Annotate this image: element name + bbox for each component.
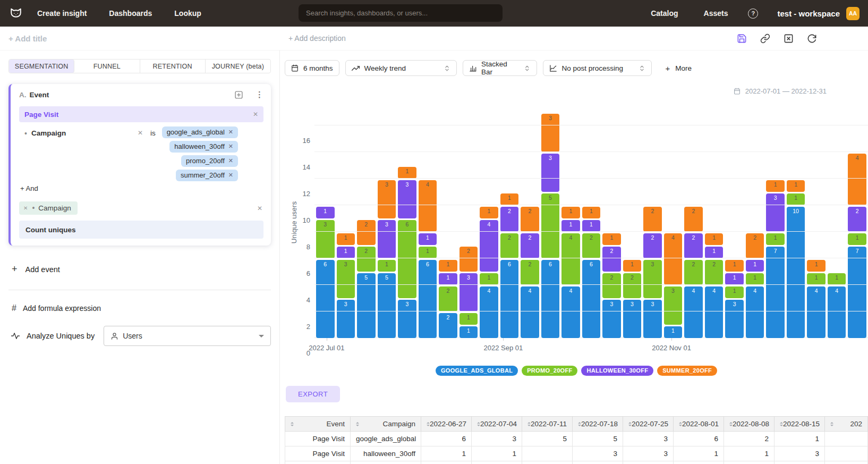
- filter-value-tag[interactable]: promo_20off✕: [181, 155, 238, 167]
- refresh-icon[interactable]: [806, 33, 817, 44]
- remove-event-icon[interactable]: ✕: [253, 111, 258, 118]
- sort-icon[interactable]: [830, 422, 833, 426]
- nav-catalog[interactable]: Catalog: [651, 9, 678, 18]
- remove-value-icon[interactable]: ✕: [228, 129, 233, 136]
- tab-segmentation[interactable]: SEGMENTATION: [9, 60, 74, 73]
- nav-lookup[interactable]: Lookup: [174, 9, 201, 18]
- add-and-condition-button[interactable]: + And: [20, 184, 263, 194]
- segment-value-label: 1: [746, 275, 764, 281]
- filter-property-name[interactable]: Campaign: [31, 129, 66, 137]
- post-processing-select[interactable]: No post processing: [543, 60, 652, 76]
- date-range-button[interactable]: 6 months: [285, 60, 339, 76]
- search-input[interactable]: [299, 4, 503, 22]
- filter-value-tag[interactable]: halloween_30off✕: [169, 141, 238, 153]
- legend-item-promo_20off[interactable]: PROMO_20OFF: [522, 366, 577, 376]
- tab-funnel[interactable]: FUNNEL: [74, 60, 140, 73]
- legend-item-google_ads_global[interactable]: GOOGLE_ADS_GLOBAL: [436, 366, 518, 376]
- chart-type-select[interactable]: Stacked Bar: [463, 60, 537, 76]
- segment-value-label: 3: [643, 301, 662, 307]
- segment-google_ads_global: 5: [357, 273, 376, 338]
- nav-dashboards[interactable]: Dashboards: [109, 9, 152, 18]
- event-menu-icon[interactable]: ⋮: [256, 90, 263, 99]
- analyze-by-select[interactable]: Users: [104, 326, 271, 346]
- segment-value-label: 2: [357, 248, 376, 254]
- breakdown-tag[interactable]: ✕ • Campaign: [19, 201, 78, 215]
- segment-value-label: 3: [337, 261, 355, 267]
- tab-retention[interactable]: RETENTION: [140, 60, 206, 73]
- trend-select[interactable]: Weekly trend: [345, 60, 457, 76]
- column-header-2022-07-18[interactable]: 2022-07-18: [573, 417, 623, 432]
- nav-create-insight[interactable]: Create insight: [37, 9, 87, 18]
- column-header-inner: Campaign: [356, 420, 415, 428]
- gridline: [314, 178, 868, 179]
- column-header-2022-08-15[interactable]: 2022-08-15: [775, 417, 825, 432]
- query-builder-panel: SEGMENTATION FUNNEL RETENTION JOURNEY (b…: [0, 50, 280, 464]
- remove-value-icon[interactable]: ✕: [228, 157, 233, 164]
- sort-icon[interactable]: [291, 422, 294, 426]
- legend-item-summer_20off[interactable]: SUMMER_20OFF: [657, 366, 717, 376]
- bar-2022-11-14: 1113: [725, 109, 744, 338]
- segment-google_ads_global: 3: [398, 300, 416, 338]
- column-header-2022-07-25[interactable]: 2022-07-25: [623, 417, 674, 432]
- chart-legend: GOOGLE_ADS_GLOBALPROMO_20OFFHALLOWEEN_30…: [285, 366, 868, 376]
- nav-assets[interactable]: Assets: [704, 9, 728, 18]
- segment-summer_20off: 1: [439, 260, 457, 272]
- x-tick: [327, 338, 327, 341]
- y-tick-label: 10: [297, 216, 310, 224]
- segment-halloween_30off: 1: [419, 233, 437, 245]
- tab-journey[interactable]: JOURNEY (beta): [206, 60, 270, 73]
- add-formula-button[interactable]: # Add formula expression: [8, 303, 271, 313]
- column-header-2022-08-01[interactable]: 2022-08-01: [674, 417, 724, 432]
- clear-insight-icon[interactable]: [783, 33, 794, 44]
- table-cell: [285, 461, 351, 464]
- sort-icon[interactable]: [356, 422, 359, 426]
- analyze-by-value: Users: [123, 332, 142, 340]
- column-header-2022-06-27[interactable]: 2022-06-27: [421, 417, 472, 432]
- remove-filter-icon[interactable]: ✕: [138, 129, 143, 137]
- aggregation-row[interactable]: Count uniques: [19, 221, 263, 239]
- segment-promo_20off: 1: [828, 273, 846, 285]
- segment-value-label: 1: [500, 195, 519, 201]
- add-event-button[interactable]: + Add event: [8, 264, 271, 275]
- add-description-button[interactable]: + Add description: [288, 34, 346, 43]
- app-logo-cat-icon[interactable]: [8, 6, 23, 21]
- remove-breakdown-icon[interactable]: ✕: [23, 205, 28, 211]
- column-header-2022-08-08[interactable]: 2022-08-08: [724, 417, 775, 432]
- column-header-2022-07-11[interactable]: 2022-07-11: [522, 417, 573, 432]
- add-title-button[interactable]: + Add title: [8, 34, 47, 43]
- help-icon[interactable]: ?: [748, 9, 758, 19]
- segment-value-label: 1: [705, 248, 724, 254]
- column-header-2022-07-04[interactable]: 2022-07-04: [472, 417, 522, 432]
- column-header-Event[interactable]: Event: [285, 417, 351, 432]
- save-icon[interactable]: [736, 33, 747, 44]
- selected-event-row[interactable]: Page Visit ✕: [19, 106, 263, 122]
- remove-value-icon[interactable]: ✕: [228, 172, 233, 179]
- remove-breakdown-row-icon[interactable]: ✕: [257, 205, 262, 212]
- filter-operator[interactable]: is: [150, 126, 156, 181]
- column-header-202[interactable]: 202: [825, 417, 868, 432]
- table-cell: Page Visit: [285, 446, 351, 461]
- segment-google_ads_global: 3: [602, 300, 621, 338]
- segment-halloween_30off: 3: [378, 220, 396, 258]
- legend-item-halloween_30off[interactable]: HALLOWEEN_30OFF: [581, 366, 653, 376]
- plot-area: 1361133225331513634116112223111414122622…: [314, 109, 868, 338]
- filter-value-tag[interactable]: google_ads_global✕: [162, 126, 238, 138]
- filter-value-tag[interactable]: summer_20off✕: [176, 170, 238, 181]
- divider: [8, 290, 271, 290]
- segment-summer_20off: 4: [848, 154, 866, 205]
- segment-google_ads_global: 7: [766, 247, 785, 338]
- select-updown-icon: [524, 65, 531, 72]
- avatar[interactable]: AA: [846, 7, 860, 20]
- remove-value-icon[interactable]: ✕: [228, 143, 233, 150]
- x-tick-label: 2022 Sep 01: [483, 344, 523, 352]
- table-cell: 5: [573, 432, 623, 446]
- add-filter-icon[interactable]: [233, 89, 244, 100]
- more-button[interactable]: + More: [666, 64, 692, 73]
- segment-halloween_30off: 4: [480, 220, 498, 272]
- workspace-name[interactable]: test - workspace: [777, 9, 840, 18]
- segment-value-label: 6: [419, 261, 437, 267]
- column-header-Campaign[interactable]: Campaign: [351, 417, 421, 432]
- segment-halloween_30off: 3: [459, 273, 478, 311]
- export-button[interactable]: EXPORT: [286, 386, 340, 402]
- copy-link-icon[interactable]: [760, 33, 770, 44]
